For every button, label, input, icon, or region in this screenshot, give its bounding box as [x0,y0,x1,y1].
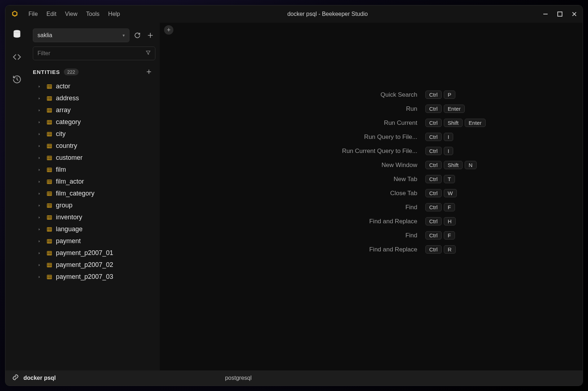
entities-label: ENTITIES [33,69,60,75]
chevron-right-icon [37,168,43,172]
shortcut-label: Run Current [256,119,417,127]
table-row[interactable]: country [30,140,154,152]
database-select[interactable]: saklia ▾ [33,28,129,42]
svg-rect-14 [47,215,52,219]
database-icon[interactable] [12,29,22,41]
chevron-right-icon [37,275,43,279]
chevron-right-icon [37,263,43,267]
status-driver: postgresql [225,375,252,381]
table-row[interactable]: inventory [30,211,154,223]
menu-bar: File Edit View Tools Help [28,11,120,17]
shortcut-key: Ctrl [425,147,442,155]
table-icon [47,84,52,89]
table-icon [47,250,52,256]
menu-view[interactable]: View [65,11,77,17]
svg-rect-10 [47,168,52,172]
chevron-right-icon [37,120,43,124]
history-icon[interactable] [12,75,22,85]
table-icon [47,262,52,268]
shortcut-keys: CtrlP [425,91,487,99]
table-row[interactable]: array [30,104,154,116]
new-connection-button[interactable] [145,30,155,40]
shortcut-keys: CtrlF [425,231,487,240]
shortcut-label: Close Tab [256,190,417,197]
table-name: film [56,166,66,173]
table-row[interactable]: payment_p2007_03 [30,271,154,283]
shortcut-label: Find and Replace [256,246,417,253]
shortcut-key: Enter [444,105,465,113]
menu-edit[interactable]: Edit [47,11,57,17]
svg-point-2 [14,30,21,32]
table-name: film_category [56,190,94,197]
table-name: film_actor [56,178,84,185]
table-icon [47,203,52,208]
table-row[interactable]: customer [30,152,154,164]
svg-rect-18 [47,263,52,267]
refresh-button[interactable] [132,30,142,40]
chevron-right-icon [37,251,43,255]
shortcut-key: W [444,189,457,197]
table-icon [47,179,52,185]
table-name: group [56,202,72,209]
shortcut-label: Find [256,204,417,211]
shortcut-row: Close TabCtrlW [256,186,487,200]
shortcut-key: P [444,91,455,99]
chevron-right-icon [37,180,43,184]
shortcut-key: H [444,217,456,225]
table-icon [47,155,52,161]
table-row[interactable]: address [30,92,154,104]
maximize-button[interactable] [557,11,563,17]
svg-rect-5 [47,108,52,112]
close-button[interactable] [571,11,578,17]
table-name: payment_p2007_02 [56,261,113,269]
svg-rect-4 [47,96,52,100]
table-row[interactable]: film_actor [30,176,154,188]
shortcut-key: T [444,175,455,183]
filter-icon [145,50,151,57]
shortcut-keys: CtrlShiftN [425,161,487,169]
shortcut-key: F [444,231,455,240]
table-row[interactable]: payment [30,235,154,247]
minimize-button[interactable] [542,11,549,17]
chevron-down-icon: ▾ [123,33,125,38]
app-logo-icon [10,10,19,18]
link-icon [12,374,19,382]
shortcut-row: RunCtrlEnter [256,102,487,116]
table-icon [47,167,52,173]
status-bar: docker psql postgresql [5,370,583,386]
chevron-right-icon [37,192,43,196]
svg-rect-16 [47,239,52,243]
shortcut-keys: CtrlI [425,147,487,155]
shortcut-row: Run Current Query to File...CtrlI [256,144,487,158]
filter-input[interactable] [33,47,155,60]
shortcut-keys: CtrlH [425,217,487,225]
table-name: category [56,118,81,126]
table-row[interactable]: category [30,116,154,128]
table-row[interactable]: film_category [30,188,154,199]
table-name: actor [56,83,70,90]
entity-tree[interactable]: actoraddressarraycategorycitycountrycust… [30,80,155,370]
svg-rect-13 [47,203,52,207]
table-row[interactable]: group [30,199,154,211]
table-row[interactable]: payment_p2007_02 [30,259,154,271]
table-row[interactable]: city [30,128,154,140]
database-select-value: saklia [37,32,52,39]
add-entity-button[interactable] [144,67,154,77]
menu-file[interactable]: File [28,11,38,17]
code-icon[interactable] [12,52,22,63]
shortcut-row: Find and ReplaceCtrlR [256,242,487,256]
status-connection-name[interactable]: docker psql [23,375,56,381]
table-row[interactable]: payment_p2007_01 [30,247,154,259]
table-row[interactable]: actor [30,80,154,92]
chevron-right-icon [37,144,43,148]
shortcut-keys: CtrlShiftEnter [425,119,487,127]
menu-tools[interactable]: Tools [86,11,100,17]
menu-help[interactable]: Help [108,11,120,17]
table-name: payment [56,237,81,245]
svg-rect-3 [47,84,52,88]
table-row[interactable]: language [30,223,154,235]
table-row[interactable]: film [30,164,154,176]
svg-rect-12 [47,192,52,196]
new-tab-button[interactable]: + [164,25,173,35]
shortcut-key: N [465,161,477,169]
